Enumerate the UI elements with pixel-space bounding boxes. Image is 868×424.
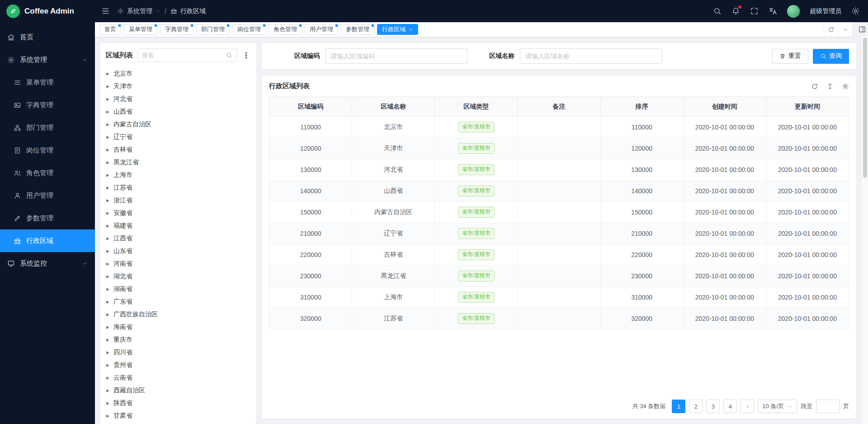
tree-item[interactable]: ▶广西壮族自治区	[100, 308, 256, 321]
more-actions-icon[interactable]: ⋮	[241, 52, 251, 59]
tab-home[interactable]: 首页	[99, 24, 121, 35]
caret-right-icon[interactable]: ▶	[106, 414, 109, 418]
page-button-4[interactable]: 4	[723, 400, 737, 413]
tree-item[interactable]: ▶河南省	[100, 257, 256, 270]
page-button-1[interactable]: 1	[672, 400, 685, 413]
tree-item[interactable]: ▶重庆市	[100, 333, 256, 346]
refresh-table-icon[interactable]	[811, 83, 818, 90]
caret-right-icon[interactable]: ▶	[106, 173, 109, 177]
caret-right-icon[interactable]: ▶	[106, 160, 109, 165]
caret-right-icon[interactable]: ▶	[106, 97, 109, 101]
tree-item[interactable]: ▶上海市	[100, 169, 256, 181]
search-icon[interactable]	[226, 52, 232, 58]
next-page-button[interactable]	[741, 400, 754, 413]
sidebar-item-user-mgmt[interactable]: 用户管理	[0, 184, 95, 207]
density-icon[interactable]	[826, 83, 834, 90]
caret-right-icon[interactable]: ▶	[106, 135, 109, 139]
tab-actions-button[interactable]	[838, 22, 853, 37]
settings-gear-icon[interactable]	[851, 7, 860, 15]
caret-right-icon[interactable]: ▶	[106, 300, 109, 304]
tree-search-input[interactable]	[142, 52, 223, 59]
tree-item[interactable]: ▶内蒙古自治区	[100, 118, 256, 131]
tree-item[interactable]: ▶湖南省	[100, 283, 256, 295]
caret-right-icon[interactable]: ▶	[106, 224, 109, 228]
caret-right-icon[interactable]: ▶	[106, 249, 109, 253]
caret-right-icon[interactable]: ▶	[106, 350, 109, 355]
tab-region[interactable]: 行政区域	[377, 24, 418, 35]
search-button[interactable]: 查询	[813, 49, 849, 64]
tab-post-mgmt[interactable]: 岗位管理	[232, 24, 266, 35]
caret-right-icon[interactable]: ▶	[106, 376, 109, 380]
tree-item[interactable]: ▶广东省	[100, 295, 256, 308]
sidebar-item-param-mgmt[interactable]: 参数管理	[0, 207, 95, 229]
caret-right-icon[interactable]: ▶	[106, 211, 109, 215]
tree-item[interactable]: ▶安徽省	[100, 207, 256, 219]
tree-item[interactable]: ▶天津市	[100, 80, 256, 93]
sidebar-item-dept-mgmt[interactable]: 部门管理	[0, 116, 95, 139]
language-icon[interactable]	[769, 7, 777, 15]
tree-item[interactable]: ▶江西省	[100, 232, 256, 245]
sidebar-item-system-mgmt[interactable]: 系统管理	[0, 48, 95, 71]
tree-item[interactable]: ▶湖北省	[100, 270, 256, 283]
tree-item[interactable]: ▶甘肃省	[100, 410, 256, 422]
caret-right-icon[interactable]: ▶	[106, 262, 109, 266]
caret-right-icon[interactable]: ▶	[106, 236, 109, 241]
caret-right-icon[interactable]: ▶	[106, 338, 109, 342]
fullscreen-icon[interactable]	[750, 7, 759, 15]
tree-item[interactable]: ▶福建省	[100, 219, 256, 232]
tree-item[interactable]: ▶北京市	[100, 67, 256, 80]
tab-user-mgmt[interactable]: 用户管理	[305, 24, 338, 35]
search-icon[interactable]	[713, 7, 722, 15]
caret-right-icon[interactable]: ▶	[106, 363, 109, 367]
caret-right-icon[interactable]: ▶	[106, 110, 109, 114]
close-icon[interactable]	[408, 27, 413, 32]
page-button-3[interactable]: 3	[706, 400, 720, 413]
tab-dict-mgmt[interactable]: 字典管理	[160, 24, 193, 35]
tab-param-mgmt[interactable]: 参数管理	[341, 24, 374, 35]
sidebar-item-home[interactable]: 首页	[0, 26, 95, 48]
page-size-select[interactable]: 10 条/页	[758, 400, 797, 413]
caret-right-icon[interactable]: ▶	[106, 388, 109, 393]
tree-item[interactable]: ▶吉林省	[100, 143, 256, 156]
caret-right-icon[interactable]: ▶	[106, 148, 109, 152]
caret-right-icon[interactable]: ▶	[106, 71, 109, 76]
tree-item[interactable]: ▶浙江省	[100, 194, 256, 207]
tree-item[interactable]: ▶河北省	[100, 93, 256, 105]
sidebar-item-role-mgmt[interactable]: 角色管理	[0, 162, 95, 184]
caret-right-icon[interactable]: ▶	[106, 287, 109, 291]
tree-item[interactable]: ▶山西省	[100, 105, 256, 118]
caret-right-icon[interactable]: ▶	[106, 274, 109, 279]
app-logo[interactable]: Coffee Admin	[0, 0, 95, 22]
caret-right-icon[interactable]: ▶	[106, 198, 109, 203]
tree-item[interactable]: ▶辽宁省	[100, 131, 256, 143]
tab-menu-mgmt[interactable]: 菜单管理	[124, 24, 157, 35]
caret-right-icon[interactable]: ▶	[106, 312, 109, 317]
tree-item[interactable]: ▶贵州省	[100, 359, 256, 372]
caret-right-icon[interactable]: ▶	[106, 186, 109, 190]
region-name-input[interactable]	[520, 48, 662, 64]
tree-item[interactable]: ▶西藏自治区	[100, 384, 256, 397]
tree-item[interactable]: ▶陕西省	[100, 397, 256, 410]
column-settings-icon[interactable]	[842, 83, 849, 90]
page-button-2[interactable]: 2	[689, 400, 703, 413]
reset-button[interactable]: 重置	[772, 49, 808, 64]
tree-item[interactable]: ▶海南省	[100, 321, 256, 333]
scrollbar-thumb[interactable]	[863, 38, 867, 178]
tree-item[interactable]: ▶山东省	[100, 245, 256, 257]
jump-page-input[interactable]	[816, 400, 840, 413]
notification-button[interactable]	[731, 7, 740, 15]
sidebar-item-dict-mgmt[interactable]: 字典管理	[0, 94, 95, 116]
tab-dept-mgmt[interactable]: 部门管理	[196, 24, 230, 35]
refresh-tabs-button[interactable]	[824, 22, 838, 37]
tree-item[interactable]: ▶四川省	[100, 346, 256, 359]
caret-right-icon[interactable]: ▶	[106, 401, 109, 405]
caret-right-icon[interactable]: ▶	[106, 122, 109, 127]
breadcrumb-root[interactable]: 系统管理	[117, 7, 160, 15]
layout-toggle-icon[interactable]	[858, 25, 866, 33]
sidebar-item-post-mgmt[interactable]: 岗位管理	[0, 139, 95, 162]
sidebar-item-region[interactable]: 行政区域	[0, 229, 95, 252]
username[interactable]: 超级管理员	[810, 7, 841, 15]
tab-role-mgmt[interactable]: 角色管理	[269, 24, 302, 35]
region-code-input[interactable]	[325, 48, 467, 64]
tree-item[interactable]: ▶江苏省	[100, 181, 256, 194]
